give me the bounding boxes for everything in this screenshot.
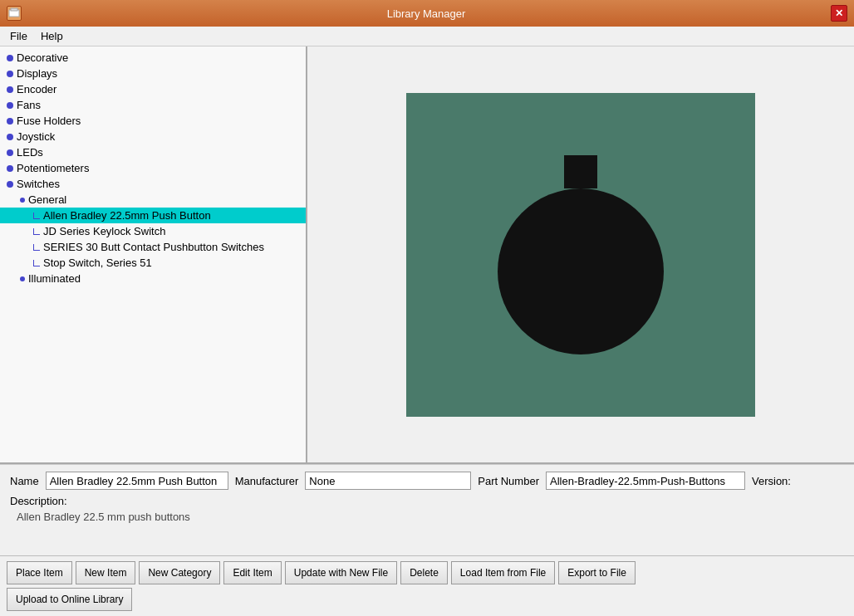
load-item-from-file-button[interactable]: Load Item from File xyxy=(451,561,555,584)
tree-item-leds[interactable]: LEDs xyxy=(0,144,306,160)
tree-label: Allen Bradley 22.5mm Push Button xyxy=(43,209,211,222)
tree-label: JD Series Keylock Switch xyxy=(43,225,165,237)
tree-dot-icon xyxy=(20,198,25,203)
tree-item-illuminated[interactable]: Illuminated xyxy=(0,271,306,286)
tree-panel: Decorative Displays Encoder Fans Fuse Ho… xyxy=(0,46,307,462)
tree-item-general[interactable]: General xyxy=(0,192,306,208)
preview-panel xyxy=(307,46,854,462)
button-bar: Place Item New Item New Category Edit It… xyxy=(0,555,854,616)
name-label: Name xyxy=(10,475,39,487)
tree-item-series-30[interactable]: SERIES 30 Butt Contact Pushbutton Switch… xyxy=(0,239,306,255)
preview-canvas xyxy=(406,93,755,417)
tree-line-icon xyxy=(33,260,40,266)
new-category-button[interactable]: New Category xyxy=(139,561,220,584)
tree-item-jd-series[interactable]: JD Series Keylock Switch xyxy=(0,223,306,239)
tree-dot-icon xyxy=(7,102,13,109)
menu-help[interactable]: Help xyxy=(34,28,70,44)
tree-item-fuse-holders[interactable]: Fuse Holders xyxy=(0,113,306,129)
tree-scroll[interactable]: Decorative Displays Encoder Fans Fuse Ho… xyxy=(0,46,306,462)
tree-label: Illuminated xyxy=(28,272,81,285)
upload-online-button[interactable]: Upload to Online Library xyxy=(7,588,132,611)
tree-line-icon xyxy=(33,213,40,219)
export-to-file-button[interactable]: Export to File xyxy=(558,561,636,584)
tree-item-potentiometers[interactable]: Potentiometers xyxy=(0,160,306,176)
menu-file[interactable]: File xyxy=(3,28,34,44)
tree-dot-icon xyxy=(7,86,13,93)
manufacturer-input[interactable] xyxy=(305,472,471,490)
tree-label: Encoder xyxy=(17,83,56,95)
tree-dot-icon xyxy=(7,181,13,188)
button-row-2: Upload to Online Library xyxy=(7,588,847,611)
tree-line-icon xyxy=(33,228,40,235)
component-body xyxy=(498,188,664,354)
place-item-button[interactable]: Place Item xyxy=(7,561,72,584)
tree-label: Fans xyxy=(17,99,41,111)
tree-label: Switches xyxy=(17,178,60,190)
tree-label: Decorative xyxy=(17,51,68,64)
tree-item-decorative[interactable]: Decorative xyxy=(0,50,306,66)
tree-dot-icon xyxy=(7,165,13,172)
tree-item-switches[interactable]: Switches xyxy=(0,176,306,192)
info-panel: Name Manufacturer Part Number Version: D… xyxy=(0,464,854,555)
description-text: Allen Bradley 22.5 mm push buttons xyxy=(17,511,844,523)
tree-label: Displays xyxy=(17,67,57,80)
app-icon xyxy=(7,6,22,21)
tree-item-stop-switch[interactable]: Stop Switch, Series 51 xyxy=(0,255,306,271)
menu-bar: File Help xyxy=(0,27,854,46)
partnumber-input[interactable] xyxy=(546,472,745,490)
new-item-button[interactable]: New Item xyxy=(76,561,136,584)
close-button[interactable]: ✕ xyxy=(831,5,847,22)
tree-item-allen-bradley[interactable]: Allen Bradley 22.5mm Push Button xyxy=(0,208,306,223)
button-row-1: Place Item New Item New Category Edit It… xyxy=(7,561,847,584)
component-preview xyxy=(498,155,664,354)
tree-item-encoder[interactable]: Encoder xyxy=(0,81,306,97)
main-content: Decorative Displays Encoder Fans Fuse Ho… xyxy=(0,46,854,616)
edit-item-button[interactable]: Edit Item xyxy=(223,561,281,584)
tree-label: LEDs xyxy=(17,146,43,159)
tree-line-icon xyxy=(33,244,40,251)
manufacturer-label: Manufacturer xyxy=(235,475,299,487)
partnumber-label: Part Number xyxy=(478,475,539,487)
tree-label: Joystick xyxy=(17,130,55,143)
delete-button[interactable]: Delete xyxy=(400,561,448,584)
tree-dot-icon xyxy=(7,71,13,77)
tree-label: Fuse Holders xyxy=(17,115,81,127)
update-new-file-button[interactable]: Update with New File xyxy=(285,561,397,584)
description-section: Description: Allen Bradley 22.5 mm push … xyxy=(10,495,844,523)
title-bar: Library Manager ✕ xyxy=(0,0,854,27)
tree-label: Stop Switch, Series 51 xyxy=(43,257,152,269)
tree-dot-icon xyxy=(20,276,25,281)
tree-item-joystick[interactable]: Joystick xyxy=(0,129,306,144)
component-stem xyxy=(564,155,597,188)
info-row-main: Name Manufacturer Part Number Version: xyxy=(10,472,844,490)
tree-item-fans[interactable]: Fans xyxy=(0,97,306,113)
tree-label: Potentiometers xyxy=(17,162,89,174)
top-section: Decorative Displays Encoder Fans Fuse Ho… xyxy=(0,46,854,464)
tree-dot-icon xyxy=(7,149,13,156)
tree-label: SERIES 30 Butt Contact Pushbutton Switch… xyxy=(43,241,264,253)
tree-dot-icon xyxy=(7,118,13,125)
tree-dot-icon xyxy=(7,134,13,140)
name-input[interactable] xyxy=(46,472,228,490)
tree-item-displays[interactable]: Displays xyxy=(0,66,306,81)
tree-dot-icon xyxy=(7,55,13,61)
tree-label: General xyxy=(28,193,66,206)
window-title: Library Manager xyxy=(22,7,831,20)
svg-rect-1 xyxy=(11,8,17,11)
version-label: Version: xyxy=(752,475,791,487)
description-label: Description: xyxy=(10,495,67,507)
